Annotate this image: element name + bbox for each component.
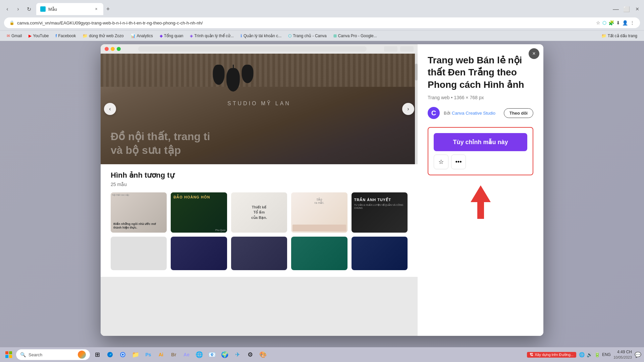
taskbar-app-chrome[interactable] — [117, 349, 129, 361]
taskbar-app-widgets[interactable]: ⊞ — [91, 349, 103, 361]
network-icon[interactable]: 🌐 — [579, 352, 585, 357]
room-background: STUDIO MỸ LAN Đồ nội thất, trang ti và b… — [101, 54, 418, 164]
bookmark-trinh[interactable]: ◈ Trình quản lý thể cử... — [187, 33, 236, 39]
similar-card-3[interactable]: Thiết kếTổ ấmcủa Bạn. — [231, 192, 287, 233]
card-2-label: ĐẢO HOÀNG HÔN — [173, 195, 210, 199]
taskbar-app-photoshop[interactable]: Ps — [142, 349, 154, 361]
similar-card-7[interactable] — [171, 237, 227, 270]
menu-icon[interactable]: ⋮ — [630, 20, 635, 25]
taskbar-app-paint[interactable]: 🎨 — [257, 349, 269, 361]
modal-overlay: × — [0, 41, 644, 347]
card-2-sub: Phu Quoc — [215, 229, 226, 231]
volume-icon[interactable]: 🔊 — [587, 352, 592, 357]
browser-chrome: ‹ › ↻ Mẫu × + — ⬜ × 🔒 canva.com/vi_vn/ma… — [0, 0, 644, 41]
taskbar-app-settings[interactable]: ⚙ — [244, 349, 256, 361]
preview-scrollbar[interactable] — [415, 54, 418, 164]
modal-close-button[interactable]: × — [529, 48, 539, 59]
card-5-label: TRẦN ÁNH TUYẾT — [354, 198, 405, 202]
taskbar-apps: ⊞ 📁 Ps Ai Br Ae 🌐 📧 🌍 ✈ ⚙ 🎨 — [91, 349, 269, 361]
prev-arrow-button[interactable]: ‹ — [104, 103, 116, 115]
bookmark-quanly[interactable]: ℹ Quản lý tài khoản c... — [238, 33, 284, 39]
card-3-label: Thiết kếTổ ấmcủa Bạn. — [251, 205, 267, 220]
bookmark-tongquan[interactable]: ◆ Tổng quan — [157, 33, 186, 39]
taskbar-app-edge[interactable] — [104, 349, 116, 361]
follow-button[interactable]: Theo dõi — [504, 108, 533, 118]
windows-icon — [5, 351, 12, 358]
taskbar-app-outlook[interactable]: 📧 — [206, 349, 218, 361]
download-icon[interactable]: ⬇ — [616, 20, 620, 25]
taskbar-app-edge2[interactable]: 🌐 — [193, 349, 205, 361]
preview-ctrl-2 — [400, 46, 414, 52]
star-icon[interactable]: ☆ — [596, 20, 600, 25]
win-quad-yellow — [9, 355, 12, 358]
similar-card-1[interactable]: Nội thất cao cấp Biến những ngôi nhà ước… — [111, 192, 167, 233]
pendant-shade-2 — [226, 68, 240, 92]
battery-icon[interactable]: 🔋 — [594, 352, 600, 357]
taskbar-clock[interactable]: 4:49 CH 10/05/2023 — [613, 349, 632, 360]
author-info: Bởi Canva Creative Studio — [444, 110, 500, 116]
taskbar-notification[interactable]: 🏗 Xây dựng trên Đường... — [527, 352, 576, 358]
bookmark-tongquan-label: Tổng quan — [164, 34, 183, 38]
overlay-line-2: và bộ sưu tập — [111, 143, 210, 158]
taskbar-app-illustrator[interactable]: Ai — [155, 349, 167, 361]
card-1-label: Biến những ngôi nhà ước mơ thành hiện th… — [113, 222, 164, 230]
info-panel: Trang web Bán lẻ nội thất Đen Trắng theo… — [418, 44, 543, 336]
bookmark-zozo[interactable]: 📁 dùng thử web Zozo — [80, 33, 126, 39]
similar-card-6[interactable] — [111, 237, 167, 270]
similar-count: 25 mẫu — [111, 182, 408, 187]
start-button[interactable] — [3, 349, 15, 361]
preview-browser-header — [101, 44, 418, 54]
dot-green — [117, 47, 121, 51]
card-2-bg: ĐẢO HOÀNG HÔN Phu Quoc — [171, 192, 227, 233]
maximize-button[interactable]: ⬜ — [623, 5, 631, 13]
template-meta: Trang web • 1366 × 768 px — [428, 95, 533, 100]
active-tab[interactable]: Mẫu × — [36, 3, 103, 15]
taskbar-search-bar[interactable]: 🔍 Search — [16, 349, 90, 360]
bookmark-all[interactable]: 📁 Tất cả dấu trang — [599, 33, 640, 39]
taskbar-app-telegram[interactable]: ✈ — [231, 349, 244, 361]
taskbar-app-fileexplorer[interactable]: 📁 — [129, 349, 142, 361]
win-quad-green — [9, 351, 12, 354]
close-window-button[interactable]: × — [633, 5, 641, 13]
taskbar-app-ae[interactable]: Ae — [180, 349, 193, 361]
address-bar[interactable]: 🔒 canva.com/vi_vn/mau/EAGKU09gyqo-trang-… — [4, 17, 640, 28]
tab-close-button[interactable]: × — [93, 6, 99, 12]
similar-card-8[interactable] — [231, 237, 287, 270]
extensions-icon[interactable]: 🧩 — [608, 20, 614, 25]
back-button[interactable]: ‹ — [3, 4, 12, 14]
similar-card-2[interactable]: ĐẢO HOÀNG HÔN Phu Quoc — [171, 192, 227, 233]
similar-card-10[interactable] — [352, 237, 408, 270]
similar-card-4[interactable]: Sắpra mắt. — [291, 192, 347, 233]
card-9-bg — [291, 237, 347, 270]
bookmark-canvapro[interactable]: ⊞ Canva Pro - Google... — [331, 33, 380, 39]
author-avatar: C — [428, 107, 440, 119]
taskbar-app-bridge[interactable]: Br — [168, 349, 180, 361]
bookmark-youtube[interactable]: ▶ YouTube — [26, 33, 51, 39]
new-tab-button[interactable]: + — [103, 4, 113, 14]
notification-center-icon[interactable]: 💬 — [635, 352, 641, 358]
tab-favicon — [40, 6, 46, 12]
similar-card-5[interactable]: TRẦN ÁNH TUYẾT TU VẤN & HUẤN LUYỆN VỀ QU… — [352, 192, 408, 233]
forward-button[interactable]: › — [13, 4, 23, 14]
clock-time: 4:49 CH — [613, 349, 632, 355]
similar-card-9[interactable] — [291, 237, 347, 270]
next-arrow-button[interactable]: › — [402, 103, 414, 115]
svg-point-2 — [122, 354, 124, 356]
customize-button[interactable]: Tùy chỉnh mẫu này — [434, 133, 527, 151]
bookmark-gmail[interactable]: ✉ Gmail — [4, 33, 24, 39]
room-preview-image: STUDIO MỸ LAN Đồ nội thất, trang ti và b… — [101, 54, 418, 164]
star-icon: ☆ — [438, 158, 444, 166]
bookmark-analytics[interactable]: 📊 Analytics — [128, 33, 156, 39]
taskbar-app-chrome2[interactable]: 🌍 — [219, 349, 231, 361]
star-button[interactable]: ☆ — [434, 155, 448, 169]
bookmark-facebook[interactable]: f Facebook — [53, 33, 79, 39]
minimize-button[interactable]: — — [612, 5, 620, 13]
author-name-link[interactable]: Canva Creative Studio — [452, 111, 495, 116]
more-options-button[interactable]: ••• — [451, 155, 466, 169]
bookmark-all-label: Tất cả dấu trang — [608, 34, 637, 38]
preview-image-area: STUDIO MỸ LAN Đồ nội thất, trang ti và b… — [101, 54, 418, 164]
profile-icon[interactable]: 👤 — [622, 20, 628, 25]
bookmark-trangchu[interactable]: ⬡ Trang chủ - Canva — [285, 33, 329, 39]
language-indicator[interactable]: ENG — [602, 352, 611, 357]
reload-button[interactable]: ↻ — [24, 4, 34, 14]
